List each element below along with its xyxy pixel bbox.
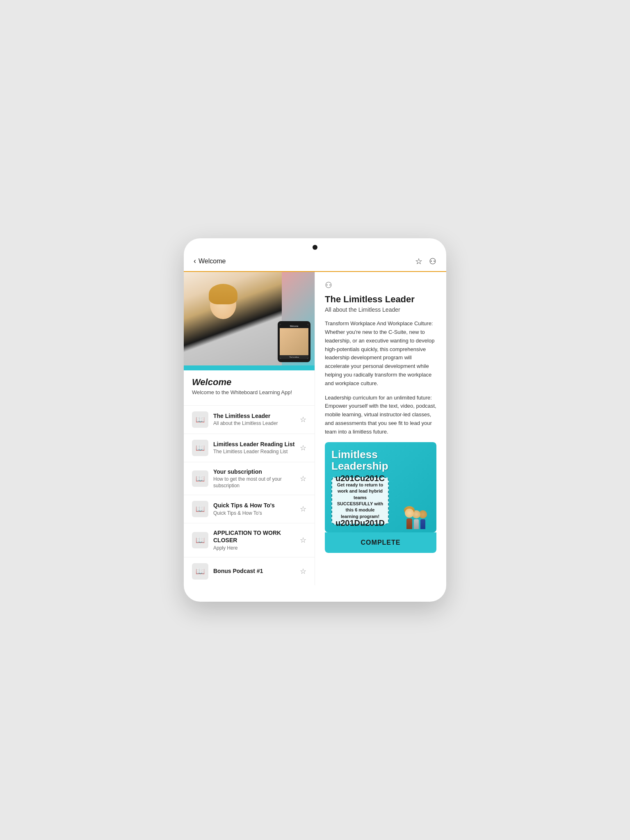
banner-main-title: Limitless Leadership bbox=[331, 449, 389, 472]
nav-bar: ‹ Welcome ☆ ⚇ bbox=[184, 253, 446, 272]
course-item-subtitle: All about the Limitless Leader bbox=[213, 420, 295, 427]
welcome-subtitle: Welcome to the Whiteboard Learning App! bbox=[192, 389, 306, 395]
welcome-section: Welcome Welcome to the Whiteboard Learni… bbox=[184, 370, 315, 405]
course-list: 📖 The Limitless Leader All about the Lim… bbox=[184, 405, 315, 585]
course-text: The Limitless Leader All about the Limit… bbox=[213, 412, 295, 427]
banner-card-text: Get ready to return to work and lead hyb… bbox=[336, 482, 384, 520]
link-copy-button[interactable]: ⚇ bbox=[429, 256, 436, 266]
course-item-subtitle: How to get the most out of your subscrip… bbox=[213, 476, 295, 489]
hero-tablet-illustration: Welcome The Limitless bbox=[278, 321, 310, 362]
course-star-button[interactable]: ☆ bbox=[300, 443, 306, 452]
device-frame: ‹ Welcome ☆ ⚇ bbox=[184, 238, 446, 602]
right-panel: ⚇ The Limitless Leader All about the Lim… bbox=[315, 272, 446, 585]
detail-link-icon: ⚇ bbox=[325, 280, 436, 290]
back-label: Welcome bbox=[199, 258, 226, 265]
left-panel: Welcome The Limitless Welcome Welcome to… bbox=[184, 272, 315, 585]
banner-card: Get ready to return to work and lead hyb… bbox=[331, 477, 389, 525]
detail-description-1: Transform Workplace And Workplace Cultur… bbox=[325, 320, 436, 388]
back-arrow-icon: ‹ bbox=[194, 257, 196, 265]
list-item[interactable]: 📖 Your subscription How to get the most … bbox=[184, 462, 315, 495]
banner-text-area: Limitless Leadership Get ready to return… bbox=[325, 442, 395, 532]
banner-content: Limitless Leadership Get ready to return… bbox=[325, 442, 436, 532]
list-item[interactable]: 📖 Limitless Leader Reading List The Limi… bbox=[184, 434, 315, 462]
course-item-title: APPLICATION TO WORK CLOSER bbox=[213, 529, 295, 544]
detail-title: The Limitless Leader bbox=[325, 294, 436, 305]
course-icon: 📖 bbox=[192, 501, 208, 517]
camera-dot bbox=[313, 245, 317, 250]
course-icon: 📖 bbox=[192, 532, 208, 548]
back-button[interactable]: ‹ Welcome bbox=[194, 257, 226, 265]
welcome-title: Welcome bbox=[192, 377, 306, 388]
course-item-title: Limitless Leader Reading List bbox=[213, 441, 295, 448]
detail-description-2: Leadership curriculum for an unlimited f… bbox=[325, 394, 436, 436]
list-item[interactable]: 📖 Bonus Podcast #1 ☆ bbox=[184, 557, 315, 585]
course-star-button[interactable]: ☆ bbox=[300, 504, 306, 514]
course-icon: 📖 bbox=[192, 563, 208, 580]
status-bar bbox=[184, 238, 446, 253]
list-item[interactable]: 📖 Quick Tips & How To's Quick Tips & How… bbox=[184, 495, 315, 523]
course-item-title: Your subscription bbox=[213, 468, 295, 475]
complete-button[interactable]: COMPLETE bbox=[325, 532, 436, 553]
course-icon: 📖 bbox=[192, 411, 208, 428]
course-item-title: The Limitless Leader bbox=[213, 412, 295, 420]
hero-blue-bar bbox=[184, 365, 315, 370]
course-text: APPLICATION TO WORK CLOSER Apply Here bbox=[213, 529, 295, 551]
course-icon: 📖 bbox=[192, 470, 208, 487]
list-item[interactable]: 📖 APPLICATION TO WORK CLOSER Apply Here … bbox=[184, 523, 315, 557]
content-area: Welcome The Limitless Welcome Welcome to… bbox=[184, 272, 446, 585]
tablet-screen-label: The Limitless bbox=[280, 355, 308, 359]
course-item-title: Quick Tips & How To's bbox=[213, 502, 295, 509]
course-star-button[interactable]: ☆ bbox=[300, 567, 306, 576]
tablet-screen-header: Welcome bbox=[280, 324, 308, 328]
course-text: Your subscription How to get the most ou… bbox=[213, 468, 295, 489]
course-text: Bonus Podcast #1 bbox=[213, 567, 295, 575]
course-item-title: Bonus Podcast #1 bbox=[213, 567, 295, 575]
nav-icons: ☆ ⚇ bbox=[415, 256, 436, 266]
course-star-button[interactable]: ☆ bbox=[300, 415, 306, 424]
detail-subtitle: All about the Limitless Leader bbox=[325, 306, 436, 313]
course-item-subtitle: Quick Tips & How To's bbox=[213, 510, 295, 517]
course-icon: 📖 bbox=[192, 440, 208, 456]
course-text: Quick Tips & How To's Quick Tips & How T… bbox=[213, 502, 295, 516]
course-banner-container: Limitless Leadership Get ready to return… bbox=[325, 442, 436, 553]
course-item-subtitle: Apply Here bbox=[213, 545, 295, 552]
course-text: Limitless Leader Reading List The Limitl… bbox=[213, 441, 295, 455]
hero-image: Welcome The Limitless bbox=[184, 272, 315, 370]
course-star-button[interactable]: ☆ bbox=[300, 474, 306, 483]
banner-figures bbox=[395, 442, 436, 532]
course-item-subtitle: The Limitless Leader Reading List bbox=[213, 449, 295, 455]
list-item[interactable]: 📖 The Limitless Leader All about the Lim… bbox=[184, 405, 315, 434]
bookmark-button[interactable]: ☆ bbox=[415, 256, 422, 266]
course-banner: Limitless Leadership Get ready to return… bbox=[325, 442, 436, 532]
course-star-button[interactable]: ☆ bbox=[300, 536, 306, 545]
